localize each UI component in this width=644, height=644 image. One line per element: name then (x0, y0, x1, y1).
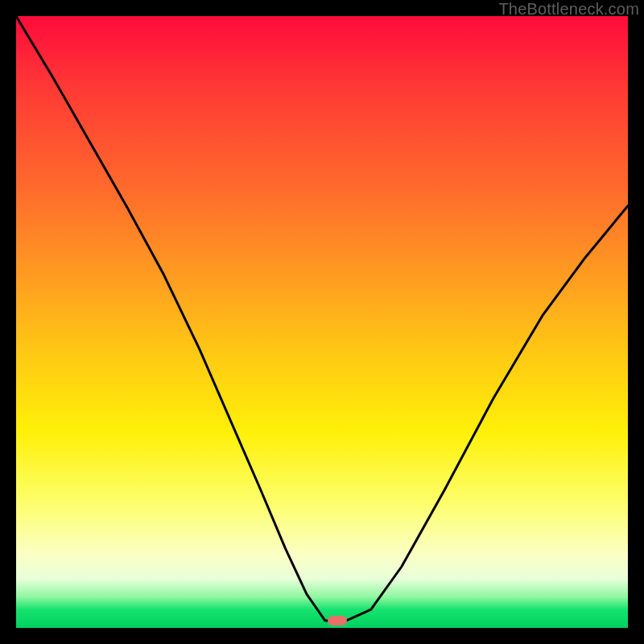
optimum-marker (328, 616, 347, 625)
chart-frame: TheBottleneck.com (0, 0, 644, 644)
watermark-text: TheBottleneck.com (498, 0, 639, 19)
bottleneck-curve (16, 16, 628, 628)
curve-path (16, 16, 628, 621)
plot-area (16, 16, 628, 628)
